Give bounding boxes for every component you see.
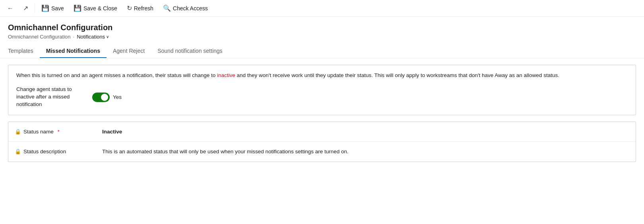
toggle-thumb (101, 94, 108, 101)
check-access-label: Check Access (173, 5, 208, 12)
field-label-text-status-description: Status description (23, 149, 66, 154)
save-close-label: Save & Close (83, 5, 117, 12)
toolbar-divider-1 (35, 4, 35, 13)
field-value-status-name: Inactive (102, 129, 122, 135)
breadcrumb-parent[interactable]: Omnichannel Configuration (8, 34, 71, 40)
save-close-button[interactable]: 💾 Save & Close (70, 2, 121, 14)
save-icon: 💾 (41, 4, 49, 12)
breadcrumb: Omnichannel Configuration · Notification… (8, 34, 636, 40)
field-value-status-description: This is an automated status that will on… (102, 149, 349, 154)
tab-agent-reject[interactable]: Agent Reject (107, 44, 151, 58)
check-access-button[interactable]: 🔍 Check Access (159, 2, 212, 14)
info-text-before: When this is turned on and an agent miss… (16, 72, 217, 78)
toolbar: ← ↗ 💾 Save 💾 Save & Close ↻ Refresh 🔍 Ch… (0, 0, 644, 17)
popout-icon: ↗ (23, 4, 28, 12)
tab-templates[interactable]: Templates (8, 44, 40, 58)
field-label-status-description: 🔒 Status description (15, 149, 102, 154)
refresh-icon: ↻ (127, 4, 132, 12)
field-label-status-name: 🔒 Status name * (15, 129, 102, 135)
back-button[interactable]: ← (3, 3, 17, 14)
lock-icon-status-description: 🔒 (15, 149, 21, 154)
save-close-icon: 💾 (74, 4, 81, 12)
breadcrumb-current[interactable]: Notifications ∨ (77, 34, 109, 40)
tab-sound-notification-settings[interactable]: Sound notification settings (151, 44, 229, 58)
toggle-label: Change agent status to inactive after a … (16, 86, 86, 108)
tabs-bar: Templates Missed Notifications Agent Rej… (0, 44, 644, 58)
save-label: Save (51, 5, 64, 12)
popout-button[interactable]: ↗ (19, 2, 32, 14)
save-button[interactable]: 💾 Save (37, 2, 68, 14)
required-star-status-name: * (58, 129, 60, 135)
field-label-text-status-name: Status name (23, 129, 54, 135)
toggle-row: Change agent status to inactive after a … (16, 86, 628, 108)
toggle-yes-label: Yes (113, 94, 122, 100)
missed-notifications-info-box: When this is turned on and an agent miss… (8, 65, 636, 115)
lock-icon-status-name: 🔒 (15, 129, 21, 135)
page-header: Omnichannel Configuration Omnichannel Co… (0, 17, 644, 40)
info-text: When this is turned on and an agent miss… (16, 71, 628, 79)
refresh-button[interactable]: ↻ Refresh (123, 2, 157, 14)
field-row-status-description: 🔒 Status description This is an automate… (8, 142, 636, 162)
back-icon: ← (7, 5, 14, 12)
breadcrumb-separator: · (73, 34, 75, 40)
check-access-icon: 🔍 (163, 4, 171, 12)
field-row-status-name: 🔒 Status name * Inactive (8, 122, 636, 142)
page-title: Omnichannel Configuration (8, 23, 636, 32)
breadcrumb-current-label: Notifications (77, 34, 105, 40)
chevron-down-icon: ∨ (106, 35, 109, 39)
toggle-switch[interactable] (92, 93, 110, 102)
refresh-label: Refresh (134, 5, 153, 12)
info-highlight: inactive (217, 72, 235, 78)
toggle-control: Yes (92, 93, 122, 102)
info-text-after: and they won't receive work until they u… (235, 72, 559, 78)
tab-missed-notifications[interactable]: Missed Notifications (40, 44, 107, 58)
main-content: When this is turned on and an agent miss… (0, 58, 644, 168)
fields-section: 🔒 Status name * Inactive 🔒 Status descri… (8, 122, 636, 162)
